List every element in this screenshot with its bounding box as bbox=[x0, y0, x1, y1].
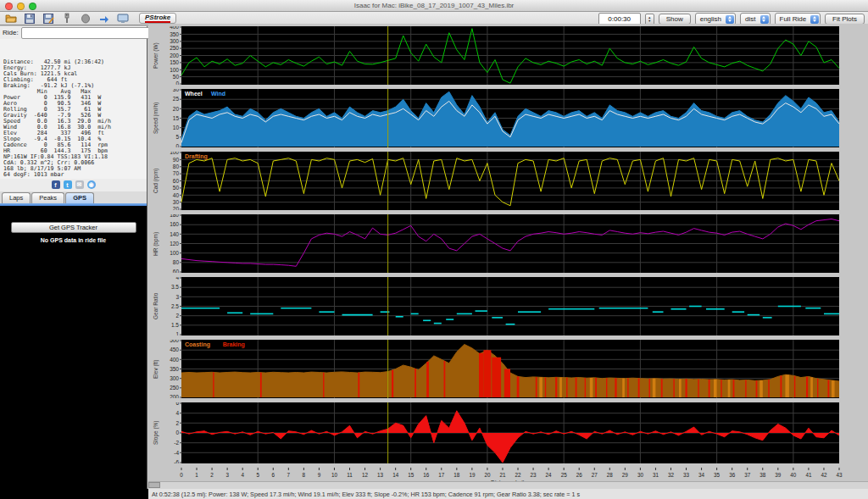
svg-text:20: 20 bbox=[484, 472, 491, 478]
twitter-icon[interactable]: t bbox=[64, 180, 72, 189]
svg-text:26: 26 bbox=[576, 472, 583, 478]
svg-text:27: 27 bbox=[592, 472, 598, 478]
svg-text:1: 1 bbox=[175, 331, 179, 335]
svg-text:0: 0 bbox=[175, 143, 179, 147]
svg-text:24: 24 bbox=[546, 472, 553, 478]
svg-text:21: 21 bbox=[499, 472, 506, 478]
cadence-plot[interactable]: 2030405060708090100Drafting bbox=[151, 152, 865, 213]
sidebar: Ride: Note Distance: 42.50 mi (2:36:42)E… bbox=[0, 26, 147, 489]
ride-label: Ride: bbox=[3, 29, 19, 36]
svg-text:0: 0 bbox=[175, 80, 179, 85]
cadence-panel: Cad (rpm) 2030405060708090100Drafting bbox=[151, 152, 865, 210]
svg-text:30: 30 bbox=[637, 472, 644, 478]
elevation-plot[interactable]: 200250300350400450500CoastingBraking bbox=[151, 340, 865, 402]
range-select-value: Full Ride bbox=[780, 15, 807, 23]
svg-text:450: 450 bbox=[170, 347, 179, 352]
status-bar: At 0:52:38 (12.5 mi): Power: 138 W; Spee… bbox=[0, 489, 868, 499]
usb-icon[interactable] bbox=[59, 13, 75, 25]
svg-text:1.5: 1.5 bbox=[171, 322, 179, 328]
svg-text:500: 500 bbox=[170, 340, 179, 343]
arrow-icon bbox=[97, 13, 112, 25]
svg-text:80: 80 bbox=[173, 164, 180, 169]
svg-text:20: 20 bbox=[173, 106, 180, 112]
svg-text:10: 10 bbox=[331, 472, 338, 478]
tab-gps[interactable]: GPS bbox=[65, 192, 94, 203]
get-gps-tracker-button[interactable]: Get GPS Tracker bbox=[11, 222, 136, 233]
svg-text:19: 19 bbox=[469, 472, 476, 478]
h-scrollbar-thumb[interactable] bbox=[148, 482, 160, 488]
speed-panel: Speed (mi/h) 051015202530WheelWind bbox=[151, 89, 865, 147]
speed-plot[interactable]: 051015202530WheelWind bbox=[151, 89, 865, 151]
ride-stats-line: 64 degF: 1013 mbar bbox=[3, 172, 143, 178]
svg-text:30: 30 bbox=[173, 199, 180, 205]
sensor-icon[interactable] bbox=[78, 13, 93, 25]
svg-text:38: 38 bbox=[760, 472, 766, 478]
facebook-icon[interactable]: f bbox=[52, 180, 60, 189]
svg-text:2: 2 bbox=[175, 313, 179, 319]
svg-text:42: 42 bbox=[821, 472, 827, 478]
tab-peaks[interactable]: Peaks bbox=[31, 192, 64, 203]
svg-text:33: 33 bbox=[683, 472, 690, 478]
svg-text:40: 40 bbox=[173, 192, 180, 198]
elevation-panel: Elev (ft) 200250300350400450500CoastingB… bbox=[151, 340, 865, 398]
svg-text:200: 200 bbox=[170, 53, 179, 58]
slope-plot[interactable]: -6-4-20246 bbox=[151, 402, 865, 467]
svg-text:160: 160 bbox=[170, 221, 179, 227]
svg-text:100: 100 bbox=[170, 152, 179, 155]
svg-text:9: 9 bbox=[318, 472, 321, 478]
svg-text:25: 25 bbox=[173, 96, 180, 102]
svg-text:15: 15 bbox=[173, 115, 180, 121]
svg-text:50: 50 bbox=[173, 74, 180, 80]
svg-text:80: 80 bbox=[173, 259, 180, 265]
svg-text:6: 6 bbox=[272, 472, 275, 478]
svg-text:20: 20 bbox=[173, 206, 180, 210]
pstroke-button[interactable]: PStroke bbox=[139, 13, 176, 24]
svg-text:1: 1 bbox=[195, 472, 198, 478]
chart-area: Power (W) 050100150200250300350400 Speed… bbox=[148, 24, 868, 489]
tab-laps[interactable]: Laps bbox=[2, 192, 31, 203]
ride-name-row: Ride: Note bbox=[0, 26, 147, 39]
chevron-up-down-icon bbox=[810, 15, 819, 24]
gear-plot[interactable]: 11.522.533.54 bbox=[151, 277, 865, 339]
svg-text:250: 250 bbox=[170, 45, 179, 51]
computer-icon[interactable] bbox=[115, 13, 131, 25]
svg-text:15: 15 bbox=[408, 472, 415, 478]
h-scrollbar[interactable] bbox=[148, 481, 868, 489]
svg-text:Coasting: Coasting bbox=[185, 341, 210, 348]
power-panel: Power (W) 050100150200250300350400 bbox=[151, 26, 865, 85]
email-icon[interactable]: ✉ bbox=[75, 180, 84, 189]
svg-text:5: 5 bbox=[256, 472, 259, 478]
svg-text:40: 40 bbox=[790, 472, 797, 478]
hr-plot[interactable]: 6080100120140160180 bbox=[151, 214, 865, 276]
svg-text:-4: -4 bbox=[174, 450, 179, 456]
svg-text:7: 7 bbox=[287, 472, 291, 478]
svg-text:41: 41 bbox=[805, 472, 812, 478]
open-folder-icon[interactable] bbox=[3, 13, 19, 25]
svg-text:-6: -6 bbox=[174, 459, 179, 463]
svg-text:Drafting: Drafting bbox=[185, 153, 208, 160]
svg-text:Wind: Wind bbox=[211, 91, 225, 97]
save-icon[interactable] bbox=[22, 13, 37, 25]
svg-text:4: 4 bbox=[175, 277, 179, 280]
svg-text:3: 3 bbox=[225, 472, 229, 478]
svg-text:14: 14 bbox=[392, 472, 399, 478]
share-icon[interactable]: ◉ bbox=[87, 180, 96, 189]
svg-text:13: 13 bbox=[377, 472, 384, 478]
save-as-icon[interactable] bbox=[41, 13, 56, 25]
svg-text:37: 37 bbox=[744, 472, 751, 478]
svg-text:10: 10 bbox=[173, 125, 180, 130]
svg-text:29: 29 bbox=[622, 472, 629, 478]
svg-text:400: 400 bbox=[170, 26, 179, 30]
svg-text:120: 120 bbox=[170, 241, 179, 247]
svg-text:2: 2 bbox=[210, 472, 214, 478]
power-plot[interactable]: 050100150200250300350400 bbox=[151, 26, 865, 88]
svg-text:350: 350 bbox=[170, 31, 179, 37]
svg-text:36: 36 bbox=[729, 472, 736, 478]
svg-text:2: 2 bbox=[175, 420, 179, 426]
svg-text:25: 25 bbox=[561, 472, 568, 478]
svg-text:30: 30 bbox=[173, 89, 180, 92]
svg-text:32: 32 bbox=[668, 472, 675, 478]
svg-text:50: 50 bbox=[173, 185, 180, 191]
svg-text:Braking: Braking bbox=[223, 341, 245, 348]
svg-text:3: 3 bbox=[175, 294, 179, 300]
